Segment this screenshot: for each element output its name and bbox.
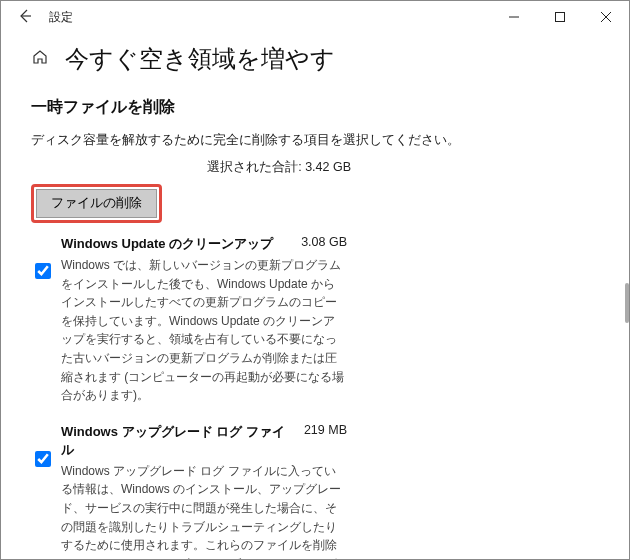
- item-description: Windows では、新しいバージョンの更新プログラムをインストールした後でも、…: [61, 256, 347, 405]
- close-icon: [601, 12, 611, 22]
- scrollbar-thumb[interactable]: [625, 283, 629, 323]
- content-area: 今すぐ空き領域を増やす 一時ファイルを削除 ディスク容量を解放するために完全に削…: [1, 33, 629, 559]
- minimize-icon: [509, 12, 519, 22]
- items-list: Windows Update のクリーンアップ 3.08 GB Windows …: [31, 227, 351, 559]
- item-name: Windows Update のクリーンアップ: [61, 235, 273, 253]
- maximize-button[interactable]: [537, 1, 583, 33]
- window-controls: [491, 1, 629, 33]
- svg-rect-1: [556, 13, 565, 22]
- close-button[interactable]: [583, 1, 629, 33]
- page-title: 今すぐ空き領域を増やす: [65, 43, 335, 75]
- list-item[interactable]: Windows Update のクリーンアップ 3.08 GB Windows …: [31, 227, 351, 415]
- list-item[interactable]: Windows アップグレード ログ ファイル 219 MB Windows ア…: [31, 415, 351, 559]
- item-description: Windows アップグレード ログ ファイルに入っている情報は、Windows…: [61, 462, 347, 559]
- instruction-text: ディスク容量を解放するために完全に削除する項目を選択してください。: [31, 132, 599, 149]
- total-value: 3.42 GB: [305, 160, 351, 174]
- delete-button-highlight: ファイルの削除: [31, 184, 162, 223]
- item-checkbox[interactable]: [35, 263, 51, 279]
- home-icon[interactable]: [31, 48, 49, 70]
- total-selected: 選択された合計: 3.42 GB: [31, 159, 351, 176]
- page-header: 今すぐ空き領域を増やす: [31, 43, 599, 75]
- back-arrow-icon: [18, 9, 32, 23]
- item-size: 219 MB: [294, 423, 347, 459]
- delete-files-button[interactable]: ファイルの削除: [36, 189, 157, 218]
- back-button[interactable]: [9, 9, 41, 26]
- scrollbar[interactable]: [623, 33, 629, 559]
- item-size: 3.08 GB: [291, 235, 347, 253]
- section-heading: 一時ファイルを削除: [31, 97, 599, 118]
- total-label: 選択された合計:: [207, 160, 301, 174]
- minimize-button[interactable]: [491, 1, 537, 33]
- window-title: 設定: [41, 9, 73, 26]
- item-name: Windows アップグレード ログ ファイル: [61, 423, 294, 459]
- maximize-icon: [555, 12, 565, 22]
- titlebar: 設定: [1, 1, 629, 33]
- item-checkbox[interactable]: [35, 451, 51, 467]
